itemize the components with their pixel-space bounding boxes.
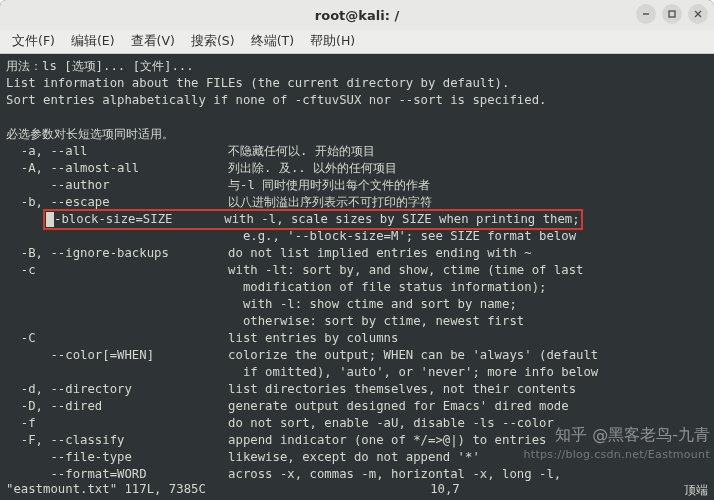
svg-rect-1 xyxy=(669,11,675,17)
cursor xyxy=(46,212,54,227)
man-desc: Sort entries alphabetically if none of -… xyxy=(6,92,708,109)
man-mandatory: 必选参数对长短选项同时适用。 xyxy=(6,126,708,143)
option-line: -block-size=SIZE with -l, scale sizes by… xyxy=(6,211,708,228)
option-line: e.g., '--block-size=M'; see SIZE format … xyxy=(6,228,708,245)
option-line: -c with -lt: sort by, and show, ctime (t… xyxy=(6,262,708,279)
menu-edit[interactable]: 编辑(E) xyxy=(65,31,121,52)
menu-view[interactable]: 查看(V) xyxy=(125,31,181,52)
menubar: 文件(F) 编辑(E) 查看(V) 搜索(S) 终端(T) 帮助(H) xyxy=(0,30,714,54)
option-line: -F, --classify append indicator (one of … xyxy=(6,432,708,449)
option-line: -B, --ignore-backups do not list implied… xyxy=(6,245,708,262)
window-title: root@kali: / xyxy=(315,8,399,23)
option-line: --color[=WHEN] colorize the output; WHEN… xyxy=(6,347,708,364)
status-file: "eastmount.txt" 117L, 7385C xyxy=(6,482,206,498)
option-line: if omitted), 'auto', or 'never'; more in… xyxy=(6,364,708,381)
option-line: -A, --almost-all 列出除. 及.. 以外的任何项目 xyxy=(6,160,708,177)
menu-terminal[interactable]: 终端(T) xyxy=(245,31,300,52)
maximize-button[interactable] xyxy=(662,4,682,24)
man-usage: 用法：ls [选项]... [文件]... xyxy=(6,58,708,75)
titlebar: root@kali: / xyxy=(0,0,714,30)
option-line: -C list entries by columns xyxy=(6,330,708,347)
status-right: 顶端 xyxy=(684,482,708,498)
option-line: -d, --directory list directories themsel… xyxy=(6,381,708,398)
options-list: -a, --all 不隐藏任何以. 开始的项目 -A, --almost-all… xyxy=(6,143,708,482)
option-line: with -l: show ctime and sort by name; xyxy=(6,296,708,313)
close-button[interactable] xyxy=(688,4,708,24)
option-line: -a, --all 不隐藏任何以. 开始的项目 xyxy=(6,143,708,160)
menu-file[interactable]: 文件(F) xyxy=(6,31,61,52)
option-line: --format=WORD across -x, commas -m, hori… xyxy=(6,466,708,482)
minimize-button[interactable] xyxy=(636,4,656,24)
man-desc: List information about the FILEs (the cu… xyxy=(6,75,708,92)
option-line: otherwise: sort by ctime, newest first xyxy=(6,313,708,330)
option-line: --author 与-l 同时使用时列出每个文件的作者 xyxy=(6,177,708,194)
status-pos: 10,7 xyxy=(430,482,460,498)
option-line: -D, --dired generate output designed for… xyxy=(6,398,708,415)
menu-help[interactable]: 帮助(H) xyxy=(304,31,361,52)
option-line: -f do not sort, enable -aU, disable -ls … xyxy=(6,415,708,432)
menu-search[interactable]: 搜索(S) xyxy=(185,31,241,52)
vim-statusbar: "eastmount.txt" 117L, 7385C 10,7 顶端 xyxy=(0,482,714,500)
window-controls xyxy=(636,4,708,24)
option-line: --file-type likewise, except do not appe… xyxy=(6,449,708,466)
terminal[interactable]: 用法：ls [选项]... [文件]...List information ab… xyxy=(0,54,714,482)
search-highlight: -block-size=SIZE with -l, scale sizes by… xyxy=(43,209,583,230)
option-line: modification of file status information)… xyxy=(6,279,708,296)
